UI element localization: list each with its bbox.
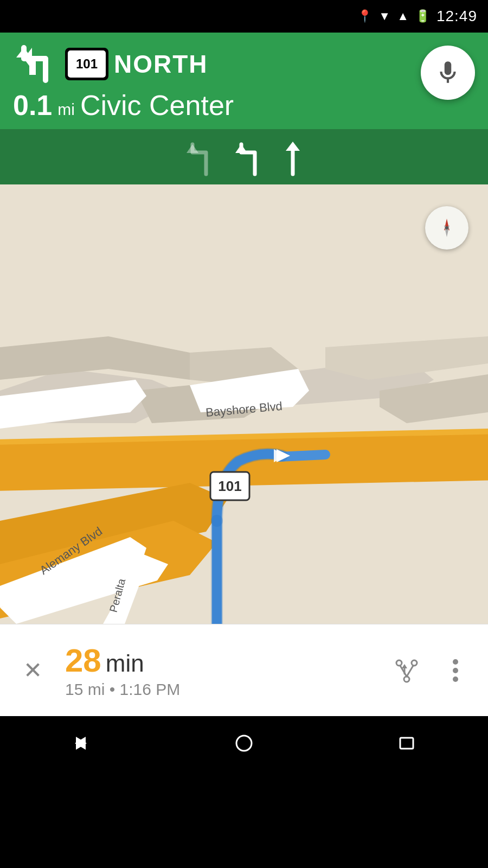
home-button[interactable] [228,727,260,760]
status-bar: 📍 ▼ ▲ 🔋 12:49 [0,0,488,33]
eta-row: 28 min [65,642,380,679]
svg-line-46 [407,666,413,676]
svg-marker-4 [235,144,247,153]
svg-marker-48 [402,664,407,668]
bottom-bar: ✕ 28 min 15 mi • 1:16 PM [0,624,488,716]
svg-marker-3 [187,144,198,153]
svg-marker-6 [286,142,300,151]
eta-minutes: 28 [65,642,101,679]
more-icon [441,656,470,685]
signal-icon: ▲ [397,9,409,23]
svg-point-44 [412,660,417,666]
eta-info: 28 min 15 mi • 1:16 PM [60,642,380,699]
compass-button[interactable] [425,206,468,250]
time-display: 12:49 [436,8,477,25]
lane-left-turn-1 [184,139,217,177]
home-icon [233,732,255,754]
svg-point-54 [236,736,252,751]
svg-point-51 [453,676,458,682]
distance-row: 0.1 mi Civic Center [13,89,475,122]
close-button[interactable]: ✕ [16,654,49,687]
recents-icon [396,732,418,754]
back-button[interactable] [65,727,98,760]
svg-rect-55 [400,738,413,749]
routes-icon [393,656,421,685]
map-svg: 101 Bayshore Blvd Alemany Blvd Peralta [0,184,488,624]
action-buttons [390,654,472,687]
direction-text: NORTH [114,49,208,79]
turn-arrow-icon [13,42,56,86]
mic-button[interactable] [421,46,475,100]
location-icon: 📍 [357,9,372,23]
system-nav [0,716,488,770]
distance-unit: mi [57,100,75,119]
mic-icon [434,59,461,86]
svg-point-41 [445,226,448,229]
highway-badge: 101 NORTH [65,48,208,80]
lane-straight [282,139,304,177]
eta-min-label: min [106,650,144,677]
svg-text:101: 101 [218,478,241,494]
svg-point-49 [453,659,458,665]
close-icon: ✕ [23,657,42,684]
nav-header: 101 NORTH 0.1 mi Civic Center [0,33,488,129]
compass-icon [434,215,459,240]
svg-point-43 [396,660,402,666]
back-icon [70,732,92,754]
battery-icon: 🔋 [415,9,430,23]
street-name: Civic Center [80,89,234,122]
recents-button[interactable] [390,727,423,760]
svg-point-50 [453,668,458,673]
more-button[interactable] [439,654,472,687]
eta-details: 15 mi • 1:16 PM [65,680,380,699]
routes-button[interactable] [390,654,423,687]
lane-guidance [0,129,488,184]
turn-row: 101 NORTH [13,42,475,86]
wifi-icon: ▼ [378,9,390,23]
lane-left-turn-2 [233,139,266,177]
highway-shield: 101 [65,48,108,80]
map-area[interactable]: 101 Bayshore Blvd Alemany Blvd Peralta [0,184,488,624]
distance-number: 0.1 [13,89,52,122]
